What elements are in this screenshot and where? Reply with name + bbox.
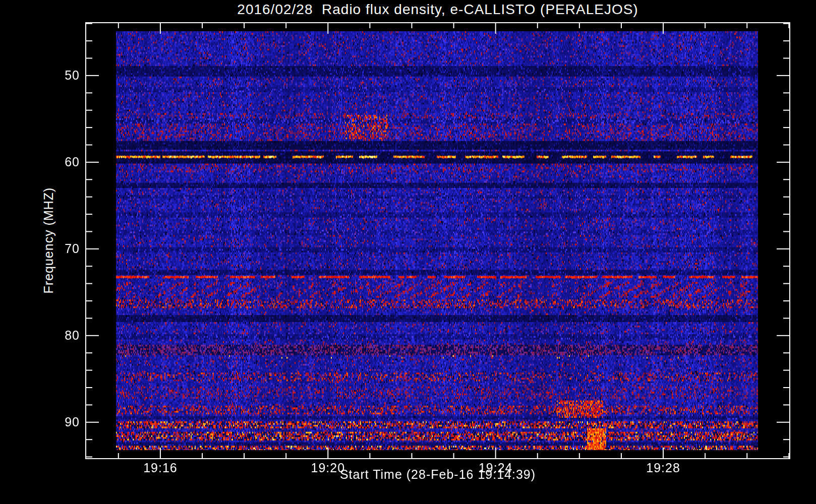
plot-frame	[86, 23, 790, 459]
y-tick-label: 50	[37, 68, 80, 83]
axes-frame	[0, 0, 816, 504]
callisto-spectrogram-page: 2016/02/28 Radio flux density, e-CALLIST…	[0, 0, 816, 504]
x-axis-title: Start Time (28-Feb-16 19:14:39)	[86, 467, 790, 482]
y-tick-label: 60	[37, 155, 80, 169]
y-tick-label: 80	[37, 328, 80, 343]
y-tick-label: 90	[37, 415, 80, 429]
y-tick-label: 70	[37, 241, 80, 256]
